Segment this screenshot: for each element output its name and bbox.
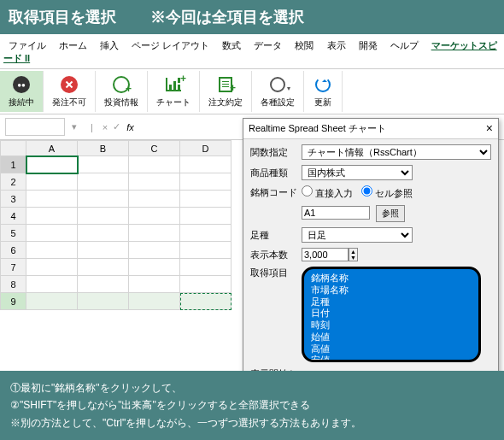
chart-icon — [163, 74, 184, 95]
tool-connect[interactable]: ●● 接続中 — [0, 71, 44, 112]
count-spinner[interactable] — [302, 248, 349, 261]
tool-order[interactable]: 注文約定 — [200, 71, 252, 112]
gear-icon — [267, 74, 288, 95]
code-input[interactable] — [302, 206, 370, 220]
item-6[interactable]: 高値 — [311, 343, 472, 355]
cell-D9[interactable] — [180, 293, 231, 310]
tool-invest-label: 投資情報 — [104, 97, 138, 109]
row-4[interactable]: 4 — [1, 208, 26, 225]
tool-connect-label: 接続中 — [9, 97, 34, 109]
label-items: 取得項目 — [250, 267, 302, 279]
instruction-banner-top: 取得項目を選択 ※今回は全項目を選択 — [0, 0, 504, 34]
tool-invest[interactable]: 投資情報 — [96, 71, 148, 112]
menu-file[interactable]: ファイル — [9, 40, 46, 50]
tool-settings[interactable]: 各種設定 — [252, 71, 304, 112]
instruction-banner-bottom: ①最初に"銘柄名称"をクリックして、 ②"SHIFT"を押しながら"出来高"をク… — [0, 371, 504, 440]
banner-top-right: ※今回は全項目を選択 — [150, 9, 304, 26]
tool-deny[interactable]: 発注不可 — [44, 71, 96, 112]
refresh-icon — [313, 74, 333, 95]
label-code: 銘柄コード — [250, 186, 302, 199]
item-5[interactable]: 始値 — [311, 331, 472, 343]
cell-B1[interactable] — [78, 156, 129, 173]
func-select[interactable]: チャート情報（RssChart） — [302, 144, 491, 160]
tool-chart-label: チャート — [156, 97, 190, 109]
row-9[interactable]: 9 — [1, 293, 26, 310]
instr-line-2: ②"SHIFT"を押しながら"出来高"をクリックすると全部選択できる — [10, 396, 494, 414]
name-box[interactable] — [5, 118, 65, 136]
instr-line-3: ※別の方法として、"Ctrl"を押しながら、一つずつ選択する方法もあります。 — [10, 414, 494, 431]
menu-home[interactable]: ホーム — [59, 40, 87, 50]
menu-developer[interactable]: 開発 — [359, 40, 378, 50]
menu-review[interactable]: 校閲 — [295, 40, 314, 50]
label-product: 商品種類 — [250, 167, 302, 179]
cell-A1[interactable] — [26, 156, 78, 173]
product-select[interactable]: 国内株式 — [302, 165, 413, 180]
col-C[interactable]: C — [129, 141, 180, 156]
rss-chart-dialog: Realtime Spread Sheet チャート × 関数指定 チャート情報… — [243, 118, 499, 404]
banner-top-left: 取得項目を選択 — [9, 9, 116, 26]
menu-pagelayout[interactable]: ページ レイアウト — [132, 40, 209, 50]
tool-refresh[interactable]: 更新 — [304, 71, 343, 112]
deny-icon — [59, 74, 79, 95]
browse-button[interactable]: 参照 — [376, 205, 405, 222]
close-icon[interactable]: × — [486, 122, 493, 135]
menubar: ファイル ホーム 挿入 ページ レイアウト 数式 データ 校閲 表示 開発 ヘル… — [0, 34, 504, 68]
spinner-buttons-icon[interactable]: ▲▼ — [349, 248, 358, 261]
menu-view[interactable]: 表示 — [327, 40, 346, 50]
item-1[interactable]: 市場名称 — [311, 285, 472, 296]
fx-label[interactable]: fx — [126, 122, 134, 132]
item-0[interactable]: 銘柄名称 — [311, 273, 472, 285]
row-2[interactable]: 2 — [1, 173, 26, 191]
radio-direct[interactable]: 直接入力 — [302, 185, 353, 200]
label-count: 表示本数 — [250, 249, 302, 261]
namebox-dropdown-icon[interactable]: ▾ — [72, 121, 77, 132]
row-3[interactable]: 3 — [1, 191, 26, 208]
cancel-formula-icon[interactable]: × — [103, 122, 108, 132]
row-7[interactable]: 7 — [1, 259, 26, 276]
col-A[interactable]: A — [26, 141, 78, 156]
ribbon-toolbar: ●● 接続中 発注不可 投資情報 チャート 注文約定 各種設定 更新 — [0, 68, 504, 114]
item-2[interactable]: 足種 — [311, 296, 472, 308]
label-leg: 足種 — [250, 229, 302, 242]
cell-D1[interactable] — [180, 156, 231, 173]
label-func: 関数指定 — [250, 146, 302, 159]
dialog-title: Realtime Spread Sheet チャート — [249, 122, 386, 135]
menu-insert[interactable]: 挿入 — [100, 40, 119, 50]
instr-line-1: ①最初に"銘柄名称"をクリックして、 — [10, 379, 494, 396]
globe-icon — [111, 74, 132, 95]
items-listbox[interactable]: 銘柄名称 市場名称 足種 日付 時刻 始値 高値 安値 — [302, 267, 481, 362]
item-7[interactable]: 安値 — [311, 355, 472, 362]
row-1[interactable]: 1 — [1, 156, 26, 173]
tool-settings-label: 各種設定 — [261, 97, 295, 109]
menu-formulas[interactable]: 数式 — [222, 40, 241, 50]
tool-deny-label: 発注不可 — [52, 97, 86, 109]
connect-icon: ●● — [11, 74, 32, 95]
doc-icon — [215, 74, 236, 95]
tool-refresh-label: 更新 — [314, 97, 331, 109]
item-3[interactable]: 日付 — [311, 308, 472, 320]
row-5[interactable]: 5 — [1, 225, 26, 242]
cell-C1[interactable] — [129, 156, 180, 173]
accept-formula-icon[interactable]: ✓ — [113, 121, 120, 132]
tool-chart[interactable]: チャート — [148, 71, 200, 112]
leg-select[interactable]: 日足 — [302, 227, 413, 243]
radio-cellref[interactable]: セル参照 — [361, 185, 413, 200]
row-8[interactable]: 8 — [1, 276, 26, 293]
item-4[interactable]: 時刻 — [311, 320, 472, 331]
menu-data[interactable]: データ — [254, 40, 282, 50]
menu-help[interactable]: ヘルプ — [390, 40, 419, 50]
tool-order-label: 注文約定 — [208, 97, 243, 109]
col-B[interactable]: B — [78, 141, 129, 156]
row-6[interactable]: 6 — [1, 242, 26, 259]
select-all-corner[interactable] — [1, 141, 26, 156]
col-D[interactable]: D — [180, 141, 231, 156]
